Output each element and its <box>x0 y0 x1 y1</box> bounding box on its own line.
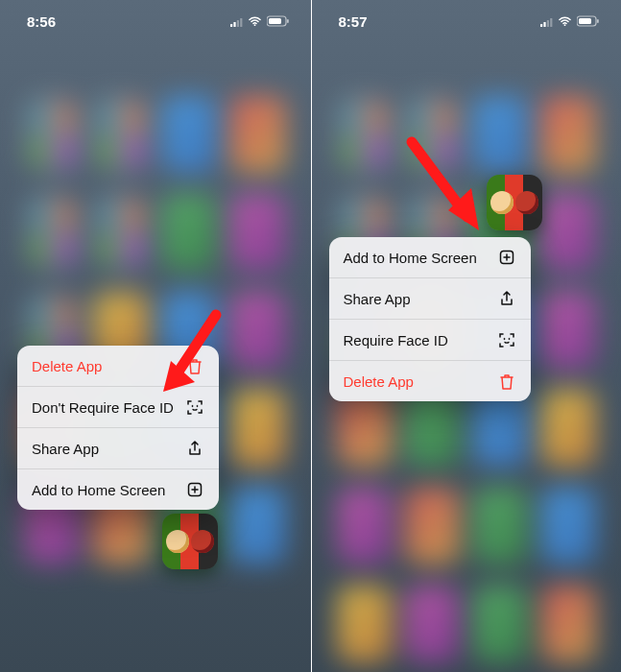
menu-item-label: Require Face ID <box>344 332 448 348</box>
game-app-icon[interactable] <box>162 514 218 569</box>
screenshot-left: 8:56 Delete AppDon't Require Face IDShar… <box>0 0 311 672</box>
share-icon <box>185 439 204 458</box>
faceid-icon <box>497 330 516 349</box>
menu-item-add-home[interactable]: Add to Home Screen <box>17 469 219 510</box>
menu-item-label: Share App <box>344 291 411 307</box>
share-icon <box>497 289 516 308</box>
status-bar: 8:57 <box>312 0 622 42</box>
signal-icon <box>230 16 243 27</box>
menu-item-add-home[interactable]: Add to Home Screen <box>329 237 531 278</box>
menu-item-label: Add to Home Screen <box>344 250 477 266</box>
menu-item-label: Don't Require Face ID <box>32 399 174 416</box>
signal-icon <box>540 16 553 27</box>
addbox-icon <box>185 480 204 499</box>
trash-icon <box>497 372 516 391</box>
context-menu: Add to Home ScreenShare AppRequire Face … <box>329 237 531 401</box>
wifi-icon <box>249 15 261 27</box>
menu-item-require-faceid[interactable]: Require Face ID <box>329 320 531 361</box>
menu-item-delete-app[interactable]: Delete App <box>329 361 531 401</box>
trash-icon <box>185 356 204 375</box>
faceid-icon <box>185 397 204 417</box>
blurred-home-background <box>0 0 311 672</box>
status-time: 8:57 <box>339 13 368 30</box>
game-app-icon[interactable] <box>487 175 542 230</box>
addbox-icon <box>497 248 516 267</box>
context-menu: Delete AppDon't Require Face IDShare App… <box>17 346 219 510</box>
menu-item-dont-require-faceid[interactable]: Don't Require Face ID <box>17 387 219 428</box>
menu-item-share-app[interactable]: Share App <box>329 278 531 320</box>
menu-item-delete-app[interactable]: Delete App <box>17 346 219 387</box>
screenshot-right: 8:57 Add to Home ScreenShare AppRequire … <box>311 0 622 672</box>
menu-item-label: Delete App <box>32 358 102 374</box>
battery-icon <box>577 15 600 27</box>
status-time: 8:56 <box>27 13 56 30</box>
menu-item-label: Share App <box>32 441 99 457</box>
menu-item-label: Delete App <box>344 373 414 390</box>
wifi-icon <box>559 15 571 27</box>
status-bar: 8:56 <box>0 0 311 42</box>
battery-icon <box>267 15 290 27</box>
menu-item-label: Add to Home Screen <box>32 482 165 498</box>
menu-item-share-app[interactable]: Share App <box>17 428 219 469</box>
